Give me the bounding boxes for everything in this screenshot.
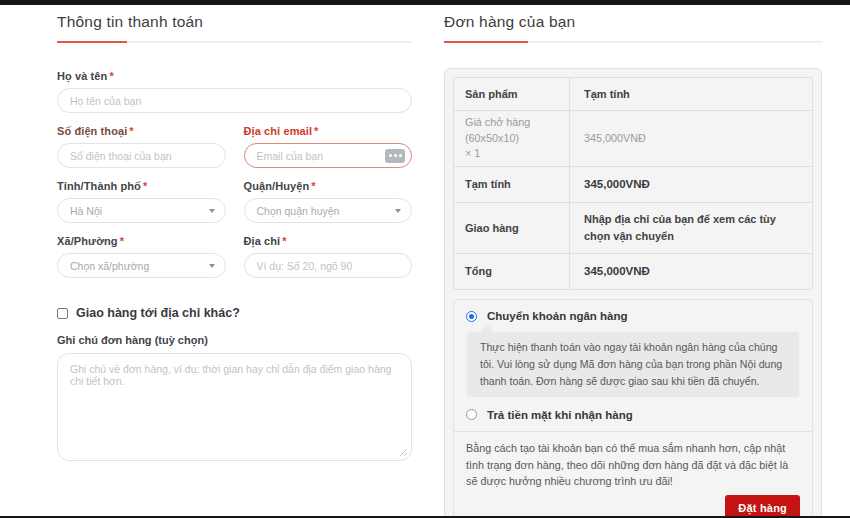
ship-to-different-row[interactable]: Giao hàng tới địa chỉ khác? xyxy=(57,306,412,320)
address-label: Địa chỉ* xyxy=(244,235,413,247)
product-subtotal: 345,000VNĐ xyxy=(570,111,812,166)
phone-field-group: Số điện thoại* xyxy=(57,125,226,168)
cod-label: Trả tiền mặt khi nhận hàng xyxy=(487,409,633,421)
autofill-ellipsis-icon[interactable] xyxy=(385,149,405,163)
district-placeholder: Chọn quận huyện xyxy=(257,205,340,217)
ward-placeholder: Chọn xã/phường xyxy=(70,260,149,272)
order-title-underline xyxy=(444,41,822,43)
province-select[interactable]: Hà Nội xyxy=(57,198,226,223)
phone-label: Số điện thoại* xyxy=(57,125,226,137)
name-field-group: Họ và tên* xyxy=(57,70,412,113)
payment-methods-box: Chuyển khoản ngân hàng Thực hiện thanh t… xyxy=(453,299,813,518)
chevron-down-icon xyxy=(209,209,215,213)
province-selected-value: Hà Nội xyxy=(70,205,102,217)
ward-field-group: Xã/Phường* Chọn xã/phường xyxy=(57,235,226,278)
ship-to-different-label: Giao hàng tới địa chỉ khác? xyxy=(76,306,240,320)
required-asterisk: * xyxy=(314,125,318,137)
ward-label: Xã/Phường* xyxy=(57,235,226,247)
table-row-subtotal: Tạm tính 345,000VNĐ xyxy=(454,167,812,203)
order-footer: Bằng cách tạo tài khoản bạn có thể mua s… xyxy=(454,431,812,518)
province-field-group: Tỉnh/Thành phố* Hà Nội xyxy=(57,180,226,223)
province-label: Tỉnh/Thành phố* xyxy=(57,180,226,192)
total-label: Tổng xyxy=(454,254,570,289)
table-row-product: Giá chở hàng (60x50x10) × 1 345,000VNĐ xyxy=(454,111,812,167)
district-select[interactable]: Chọn quận huyện xyxy=(244,198,413,223)
table-header-row: Sản phẩm Tạm tính xyxy=(454,78,812,111)
required-asterisk: * xyxy=(120,235,124,247)
resize-handle-icon[interactable] xyxy=(398,447,407,456)
phone-input[interactable] xyxy=(57,143,226,168)
name-label: Họ và tên* xyxy=(57,70,412,82)
account-benefits-text: Bằng cách tạo tài khoản bạn có thể mua s… xyxy=(466,440,800,489)
order-table: Sản phẩm Tạm tính Giá chở hàng (60x50x10… xyxy=(453,77,813,290)
subtotal-label: Tạm tính xyxy=(454,167,570,202)
order-review-card: Sản phẩm Tạm tính Giá chở hàng (60x50x10… xyxy=(444,68,822,518)
required-asterisk: * xyxy=(109,70,113,82)
shipping-label: Giao hàng xyxy=(454,203,570,253)
ship-to-different-checkbox[interactable] xyxy=(57,308,68,319)
total-value: 345,000VNĐ xyxy=(570,254,812,289)
payment-option-bank-transfer[interactable]: Chuyển khoản ngân hàng xyxy=(466,310,800,323)
address-field-group: Địa chỉ* xyxy=(244,235,413,278)
order-notes-textarea[interactable] xyxy=(57,353,412,461)
chevron-down-icon xyxy=(395,209,401,213)
column-header-subtotal: Tạm tính xyxy=(570,78,812,110)
table-row-shipping: Giao hàng Nhập địa chỉ của bạn để xem cá… xyxy=(454,203,812,254)
email-field-group: Địa chỉ email* xyxy=(244,125,413,168)
radio-bank-transfer-icon[interactable] xyxy=(466,311,477,322)
place-order-button[interactable]: Đặt hàng xyxy=(725,495,800,518)
shipping-message: Nhập địa chỉ của bạn để xem các tùy chọn… xyxy=(570,203,812,253)
order-title: Đơn hàng của bạn xyxy=(444,13,822,31)
required-asterisk: * xyxy=(129,125,133,137)
name-input[interactable] xyxy=(57,88,412,113)
billing-section: Thông tin thanh toán Họ và tên* Số điện … xyxy=(57,13,412,461)
window-top-edge xyxy=(0,0,850,5)
product-name: Giá chở hàng (60x50x10) xyxy=(465,115,558,146)
table-row-total: Tổng 345,000VNĐ xyxy=(454,254,812,289)
payment-option-cod[interactable]: Trả tiền mặt khi nhận hàng xyxy=(466,408,800,421)
ward-select[interactable]: Chọn xã/phường xyxy=(57,253,226,278)
product-qty: × 1 xyxy=(465,146,558,162)
address-input[interactable] xyxy=(244,253,413,278)
bank-transfer-label: Chuyển khoản ngân hàng xyxy=(487,310,628,322)
radio-cod-icon[interactable] xyxy=(466,409,477,420)
billing-form: Họ và tên* Số điện thoại* Địa chỉ email*… xyxy=(57,70,412,461)
billing-title: Thông tin thanh toán xyxy=(57,13,412,31)
email-label: Địa chỉ email* xyxy=(244,125,413,137)
required-asterisk: * xyxy=(311,180,315,192)
billing-title-underline xyxy=(57,41,412,43)
chevron-down-icon xyxy=(209,264,215,268)
column-header-product: Sản phẩm xyxy=(454,78,570,110)
district-label: Quận/Huyện* xyxy=(244,180,413,192)
required-asterisk: * xyxy=(282,235,286,247)
district-field-group: Quận/Huyện* Chọn quận huyện xyxy=(244,180,413,223)
required-asterisk: * xyxy=(143,180,147,192)
order-section: Đơn hàng của bạn Sản phẩm Tạm tính Giá c… xyxy=(444,13,822,518)
subtotal-value: 345,000VNĐ xyxy=(570,167,812,202)
bank-transfer-description: Thực hiện thanh toán vào ngay tài khoản … xyxy=(467,332,799,397)
order-notes-label: Ghi chú đơn hàng (tuỳ chọn) xyxy=(57,334,412,346)
